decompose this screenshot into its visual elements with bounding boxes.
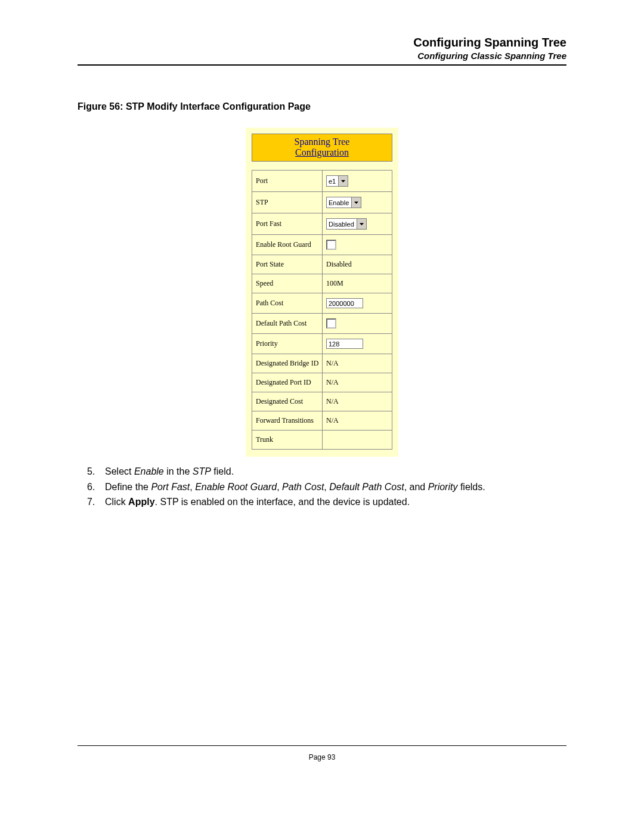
step-7-bold: Apply bbox=[128, 497, 154, 507]
label-port: Port bbox=[252, 171, 323, 192]
step-5-italic-1: Enable bbox=[134, 466, 164, 476]
config-panel: Spanning Tree Configuration Port e1 STP bbox=[246, 128, 398, 457]
panel-title: Spanning Tree Configuration bbox=[252, 134, 392, 162]
value-fwd-trans: N/A bbox=[323, 411, 392, 431]
priority-input[interactable] bbox=[326, 339, 363, 349]
instruction-list: 5. Select Enable in the STP field. 6. De… bbox=[78, 465, 566, 509]
svg-marker-1 bbox=[354, 202, 358, 204]
step-5: 5. Select Enable in the STP field. bbox=[78, 465, 566, 478]
panel-title-line1: Spanning Tree bbox=[253, 137, 391, 147]
port-fast-select-value: Disabled bbox=[327, 219, 357, 229]
step-5-italic-2: STP bbox=[193, 466, 211, 476]
stp-select-value: Enable bbox=[327, 197, 351, 208]
label-priority: Priority bbox=[252, 334, 323, 354]
label-stp: STP bbox=[252, 192, 323, 213]
step-6-text-a: Define the bbox=[105, 482, 151, 492]
figure-caption: Figure 56: STP Modify Interface Configur… bbox=[78, 101, 566, 112]
step-6-italic-4: Default Path Cost bbox=[329, 482, 404, 492]
chevron-down-icon bbox=[351, 197, 361, 208]
header-subtitle: Configuring Classic Spanning Tree bbox=[78, 51, 566, 61]
step-6-italic-3: Path Cost bbox=[282, 482, 324, 492]
step-6-italic-2: Enable Root Guard bbox=[195, 482, 277, 492]
value-des-cost: N/A bbox=[323, 392, 392, 411]
step-7-text-b: . STP is enabled on the interface, and t… bbox=[155, 497, 410, 507]
label-port-state: Port State bbox=[252, 255, 323, 274]
port-select-value: e1 bbox=[327, 176, 338, 186]
panel-title-line2: Configuration bbox=[253, 147, 391, 158]
step-5-text-b: in the bbox=[164, 466, 193, 476]
step-5-text-c: field. bbox=[211, 466, 234, 476]
label-path-cost: Path Cost bbox=[252, 293, 323, 314]
step-5-text-a: Select bbox=[105, 466, 134, 476]
footer-rule bbox=[78, 745, 566, 746]
value-trunk bbox=[323, 431, 392, 450]
label-des-cost: Designated Cost bbox=[252, 392, 323, 411]
step-6-italic-5: Priority bbox=[428, 482, 458, 492]
value-des-bridge: N/A bbox=[323, 354, 392, 373]
step-7-text-a: Click bbox=[105, 497, 128, 507]
label-speed: Speed bbox=[252, 274, 323, 293]
step-6: 6. Define the Port Fast, Enable Root Gua… bbox=[78, 481, 566, 494]
page-number: Page 93 bbox=[0, 753, 644, 761]
stp-select[interactable]: Enable bbox=[326, 197, 361, 208]
label-fwd-trans: Forward Transitions bbox=[252, 411, 323, 431]
value-port-state: Disabled bbox=[323, 255, 392, 274]
chevron-down-icon bbox=[338, 176, 348, 186]
port-select[interactable]: e1 bbox=[326, 175, 348, 187]
header-rule bbox=[78, 64, 566, 66]
root-guard-checkbox[interactable] bbox=[326, 240, 336, 250]
port-fast-select[interactable]: Disabled bbox=[326, 218, 367, 230]
label-root-guard: Enable Root Guard bbox=[252, 235, 323, 255]
label-des-bridge: Designated Bridge ID bbox=[252, 354, 323, 373]
header-title: Configuring Spanning Tree bbox=[78, 36, 566, 49]
fields-table: Port e1 STP Enable bbox=[252, 170, 392, 450]
step-7-number: 7. bbox=[87, 496, 95, 509]
step-6-text-b: fields. bbox=[457, 482, 485, 492]
label-trunk: Trunk bbox=[252, 431, 323, 450]
step-5-number: 5. bbox=[87, 465, 95, 478]
step-6-number: 6. bbox=[87, 481, 95, 494]
label-default-path-cost: Default Path Cost bbox=[252, 314, 323, 334]
value-speed: 100M bbox=[323, 274, 392, 293]
label-port-fast: Port Fast bbox=[252, 213, 323, 235]
value-des-port: N/A bbox=[323, 373, 392, 392]
label-des-port: Designated Port ID bbox=[252, 373, 323, 392]
step-6-italic-1: Port Fast bbox=[151, 482, 190, 492]
step-7: 7. Click Apply. STP is enabled on the in… bbox=[78, 496, 566, 509]
chevron-down-icon bbox=[357, 219, 366, 229]
default-path-cost-checkbox[interactable] bbox=[326, 318, 336, 329]
svg-marker-0 bbox=[341, 180, 345, 182]
svg-marker-2 bbox=[360, 223, 364, 225]
path-cost-input[interactable] bbox=[326, 298, 363, 308]
